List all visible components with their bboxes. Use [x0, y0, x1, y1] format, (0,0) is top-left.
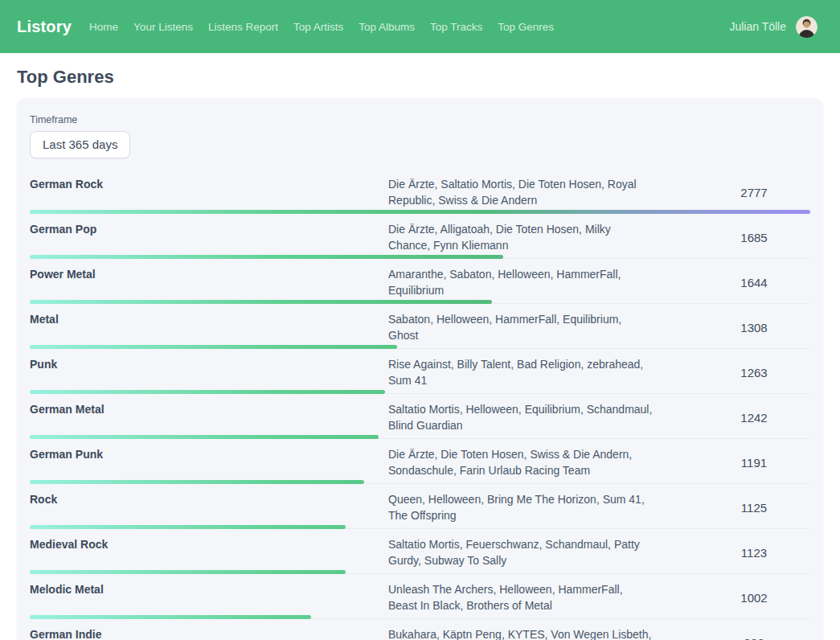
genre-row: Medieval Rock Saltatio Mortis, Feuerschw… [30, 529, 810, 574]
genre-count: 1125 [697, 501, 767, 515]
genre-name: Melodic Metal [30, 581, 388, 597]
genre-count: 1644 [696, 276, 767, 289]
nav-item-home[interactable]: Home [89, 21, 118, 33]
genre-artists: Saltatio Mortis, Helloween, Equilibrium,… [388, 401, 654, 433]
genre-name: German Metal [30, 401, 388, 417]
genre-bar [30, 435, 379, 439]
genre-bar-track [30, 615, 810, 619]
genre-count: 926 [699, 636, 764, 640]
genre-count: 1002 [696, 591, 767, 605]
genre-bar-track [30, 570, 810, 574]
nav-item-your-listens[interactable]: Your Listens [133, 21, 193, 33]
genre-count: 2777 [696, 186, 767, 199]
genre-row: German Metal Saltatio Mortis, Helloween,… [30, 394, 810, 439]
genre-artists: Die Ärzte, Alligatoah, Die Toten Hosen, … [388, 221, 654, 253]
nav-item-top-albums[interactable]: Top Albums [359, 21, 415, 33]
genre-count: 1263 [696, 366, 767, 379]
genre-bar [30, 345, 397, 349]
genre-name: Punk [30, 356, 388, 372]
genre-bar-track [30, 525, 810, 529]
genre-name: German Rock [30, 176, 388, 192]
timeframe-label: Timeframe [30, 114, 810, 125]
genre-count: 1242 [696, 411, 767, 425]
nav-item-top-artists[interactable]: Top Artists [293, 21, 343, 33]
genre-name: German Punk [30, 446, 388, 462]
genre-name: Power Metal [30, 266, 388, 282]
genre-bar-track [30, 435, 810, 439]
genre-name: Metal [30, 311, 388, 327]
genre-count: 1191 [697, 456, 767, 470]
user-avatar[interactable] [796, 16, 817, 38]
genre-artists: Saltatio Mortis, Feuerschwanz, Schandmau… [388, 536, 654, 568]
app-logo[interactable]: Listory [17, 18, 72, 36]
genre-bar-track [30, 300, 810, 304]
genre-bar [30, 210, 810, 214]
genre-name: Rock [30, 491, 388, 507]
genre-bar-track [30, 480, 810, 484]
genre-row: Metal Sabaton, Helloween, HammerFall, Eq… [30, 304, 810, 349]
genre-bar [30, 480, 364, 484]
genre-row: Rock Queen, Helloween, Bring Me The Hori… [30, 484, 810, 529]
genre-artists: Bukahara, Käptn Peng, KYTES, Von Wegen L… [388, 626, 654, 640]
genre-row: Melodic Metal Unleash The Archers, Hello… [30, 574, 810, 619]
genre-artists: Die Ärzte, Saltatio Mortis, Die Toten Ho… [388, 176, 654, 208]
nav-item-top-tracks[interactable]: Top Tracks [430, 21, 482, 33]
genre-name: German Pop [30, 221, 388, 237]
genre-row: Power Metal Amaranthe, Sabaton, Hellowee… [30, 259, 810, 304]
top-navbar: Listory Home Your Listens Listens Report… [0, 0, 840, 53]
page-title: Top Genres [17, 67, 823, 88]
genre-artists: Unleash The Archers, Helloween, HammerFa… [388, 581, 654, 613]
genre-artists: Die Ärzte, Die Toten Hosen, Swiss & Die … [388, 446, 654, 478]
genre-table: German Rock Die Ärzte, Saltatio Mortis, … [30, 169, 810, 640]
genre-bar [30, 525, 346, 529]
genre-bar-track [30, 345, 810, 349]
genre-row: German Punk Die Ärzte, Die Toten Hosen, … [30, 439, 810, 484]
genre-count: 1308 [696, 321, 767, 334]
genre-artists: Sabaton, Helloween, HammerFall, Equilibr… [388, 311, 654, 343]
timeframe-select[interactable]: Last 365 days [30, 131, 130, 158]
genre-bar [30, 300, 492, 304]
main-nav: Home Your Listens Listens Report Top Art… [89, 21, 729, 33]
genre-bar [30, 390, 385, 394]
page-content: Top Genres Timeframe Last 365 days Germa… [0, 67, 840, 640]
top-genres-panel: Timeframe Last 365 days German Rock Die … [17, 98, 823, 640]
genre-count: 1685 [696, 231, 767, 244]
genre-row: German Indie Bukahara, Käptn Peng, KYTES… [30, 619, 810, 640]
genre-row: German Rock Die Ärzte, Saltatio Mortis, … [30, 169, 810, 214]
genre-artists: Rise Against, Billy Talent, Bad Religion… [388, 356, 654, 388]
nav-item-top-genres[interactable]: Top Genres [498, 21, 554, 33]
genre-bar [30, 570, 346, 574]
user-menu: Julian Tölle [729, 16, 817, 38]
genre-artists: Queen, Helloween, Bring Me The Horizon, … [388, 491, 654, 523]
user-avatar-image [796, 16, 817, 38]
genre-bar [30, 615, 311, 619]
genre-name: Medieval Rock [30, 536, 388, 552]
genre-bar [30, 255, 503, 259]
user-name[interactable]: Julian Tölle [729, 20, 786, 33]
genre-name: German Indie [30, 626, 388, 640]
genre-bar-track [30, 390, 810, 394]
genre-count: 1123 [697, 546, 767, 560]
genre-artists: Amaranthe, Sabaton, Helloween, HammerFal… [388, 266, 654, 298]
genre-row: German Pop Die Ärzte, Alligatoah, Die To… [30, 214, 810, 259]
genre-bar-track [30, 255, 810, 259]
nav-item-listens-report[interactable]: Listens Report [208, 21, 278, 33]
genre-row: Punk Rise Against, Billy Talent, Bad Rel… [30, 349, 810, 394]
genre-bar-track [30, 210, 810, 214]
